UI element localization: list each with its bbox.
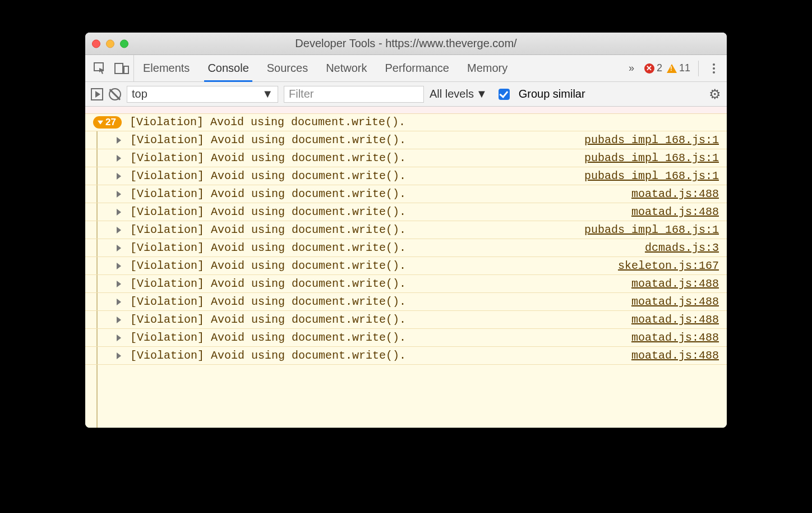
minimize-button[interactable] <box>106 39 114 48</box>
console-output: 27 [Violation] Avoid using document.writ… <box>85 107 727 428</box>
expand-icon[interactable] <box>117 299 121 305</box>
log-levels-selector[interactable]: All levels ▼ <box>430 88 487 100</box>
more-tabs-icon[interactable]: » <box>623 62 640 74</box>
expand-icon[interactable] <box>117 352 121 359</box>
console-group-header[interactable]: 27 [Violation] Avoid using document.writ… <box>85 113 727 131</box>
tabbar-left-icons <box>85 55 134 81</box>
console-row[interactable]: [Violation] Avoid using document.write()… <box>85 257 727 275</box>
console-row[interactable]: [Violation] Avoid using document.write()… <box>85 239 727 257</box>
console-message: [Violation] Avoid using document.write()… <box>130 259 406 272</box>
group-message: [Violation] Avoid using document.write()… <box>130 116 405 129</box>
expand-icon[interactable] <box>117 209 121 216</box>
source-link[interactable]: moatad.js:488 <box>631 313 719 326</box>
console-row[interactable]: [Violation] Avoid using document.write()… <box>85 203 727 221</box>
console-row[interactable]: [Violation] Avoid using document.write()… <box>85 221 727 239</box>
svg-rect-1 <box>115 63 123 74</box>
console-message: [Violation] Avoid using document.write()… <box>130 241 406 254</box>
error-count: 2 <box>657 62 662 74</box>
separator <box>698 61 699 76</box>
source-link[interactable]: pubads_impl_168.js:1 <box>584 170 719 182</box>
console-row[interactable]: [Violation] Avoid using document.write()… <box>85 311 727 329</box>
error-badge[interactable]: ✕ 2 <box>644 62 662 74</box>
group-similar-label: Group similar <box>519 88 585 100</box>
tab-console[interactable]: Console <box>199 55 257 81</box>
source-link[interactable]: pubads_impl_168.js:1 <box>584 134 719 146</box>
svg-rect-2 <box>124 66 128 74</box>
tab-elements[interactable]: Elements <box>134 55 199 81</box>
expand-icon[interactable] <box>117 155 121 162</box>
tabbar-right: » ✕ 2 11 <box>623 55 727 81</box>
device-toggle-icon[interactable] <box>114 62 129 75</box>
titlebar: Developer Tools - https://www.theverge.c… <box>85 33 727 55</box>
console-message: [Violation] Avoid using document.write()… <box>130 277 406 290</box>
expand-icon[interactable] <box>117 191 121 198</box>
expand-icon[interactable] <box>117 137 121 144</box>
console-row[interactable]: [Violation] Avoid using document.write()… <box>85 329 727 347</box>
devtools-window: Developer Tools - https://www.theverge.c… <box>85 33 727 428</box>
traffic-lights <box>92 39 128 48</box>
source-link[interactable]: skeleton.js:167 <box>618 259 719 272</box>
tab-sources[interactable]: Sources <box>258 55 317 81</box>
expand-icon[interactable] <box>117 263 121 269</box>
console-message: [Violation] Avoid using document.write()… <box>130 205 406 218</box>
console-row[interactable]: [Violation] Avoid using document.write()… <box>85 149 727 167</box>
error-icon: ✕ <box>644 63 654 74</box>
levels-label: All levels <box>430 88 474 100</box>
expand-icon[interactable] <box>117 227 121 233</box>
console-row[interactable]: [Violation] Avoid using document.write()… <box>85 167 727 185</box>
console-message: [Violation] Avoid using document.write()… <box>130 349 406 362</box>
execution-context-icon[interactable] <box>91 88 103 100</box>
console-message: [Violation] Avoid using document.write()… <box>130 170 406 182</box>
console-toolbar: top ▼ All levels ▼ Group similar ⚙ <box>85 82 727 107</box>
expand-icon[interactable] <box>117 245 121 251</box>
source-link[interactable]: moatad.js:488 <box>631 295 719 308</box>
console-message: [Violation] Avoid using document.write()… <box>130 295 406 308</box>
group-count-badge: 27 <box>93 116 122 129</box>
warning-count: 11 <box>679 62 690 74</box>
console-message: [Violation] Avoid using document.write()… <box>130 187 406 200</box>
console-row[interactable]: [Violation] Avoid using document.write()… <box>85 347 727 365</box>
expand-icon[interactable] <box>117 281 121 287</box>
warning-badge[interactable]: 11 <box>667 62 690 74</box>
console-rows: [Violation] Avoid using document.write()… <box>85 131 727 365</box>
console-message: [Violation] Avoid using document.write()… <box>130 313 406 326</box>
more-menu-icon[interactable] <box>707 61 721 76</box>
expand-icon[interactable] <box>117 335 121 341</box>
clear-console-icon[interactable] <box>109 88 121 100</box>
warning-icon <box>667 64 677 73</box>
expand-icon[interactable] <box>117 173 121 180</box>
filter-input[interactable] <box>284 86 424 103</box>
group-similar-checkbox[interactable] <box>499 89 510 100</box>
source-link[interactable]: pubads_impl_168.js:1 <box>584 223 719 236</box>
context-value: top <box>132 88 147 100</box>
tab-memory[interactable]: Memory <box>458 55 516 81</box>
console-message: [Violation] Avoid using document.write()… <box>130 152 406 164</box>
source-link[interactable]: moatad.js:488 <box>631 349 719 362</box>
close-button[interactable] <box>92 39 100 48</box>
console-row[interactable]: [Violation] Avoid using document.write()… <box>85 185 727 203</box>
inspect-element-icon[interactable] <box>93 62 107 75</box>
expand-icon[interactable] <box>117 317 121 323</box>
context-selector[interactable]: top ▼ <box>127 86 278 103</box>
console-row[interactable]: [Violation] Avoid using document.write()… <box>85 275 727 293</box>
tab-network[interactable]: Network <box>317 55 376 81</box>
console-row[interactable]: [Violation] Avoid using document.write()… <box>85 131 727 149</box>
console-row[interactable]: [Violation] Avoid using document.write()… <box>85 293 727 311</box>
source-link[interactable]: moatad.js:488 <box>631 205 719 218</box>
source-link[interactable]: moatad.js:488 <box>631 331 719 344</box>
console-message: [Violation] Avoid using document.write()… <box>130 331 406 344</box>
panel-tabs: ElementsConsoleSourcesNetworkPerformance… <box>134 55 516 81</box>
source-link[interactable]: moatad.js:488 <box>631 187 719 200</box>
panel-tabbar: ElementsConsoleSourcesNetworkPerformance… <box>85 55 727 82</box>
chevron-down-icon: ▼ <box>476 88 487 100</box>
maximize-button[interactable] <box>120 39 128 48</box>
source-link[interactable]: dcmads.js:3 <box>645 241 719 254</box>
chevron-down-icon: ▼ <box>262 88 273 100</box>
window-title: Developer Tools - https://www.theverge.c… <box>85 37 727 50</box>
source-link[interactable]: moatad.js:488 <box>631 277 719 290</box>
source-link[interactable]: pubads_impl_168.js:1 <box>584 152 719 164</box>
tab-performance[interactable]: Performance <box>376 55 459 81</box>
settings-icon[interactable]: ⚙ <box>709 86 721 102</box>
console-message: [Violation] Avoid using document.write()… <box>130 134 406 146</box>
console-message: [Violation] Avoid using document.write()… <box>130 223 406 236</box>
